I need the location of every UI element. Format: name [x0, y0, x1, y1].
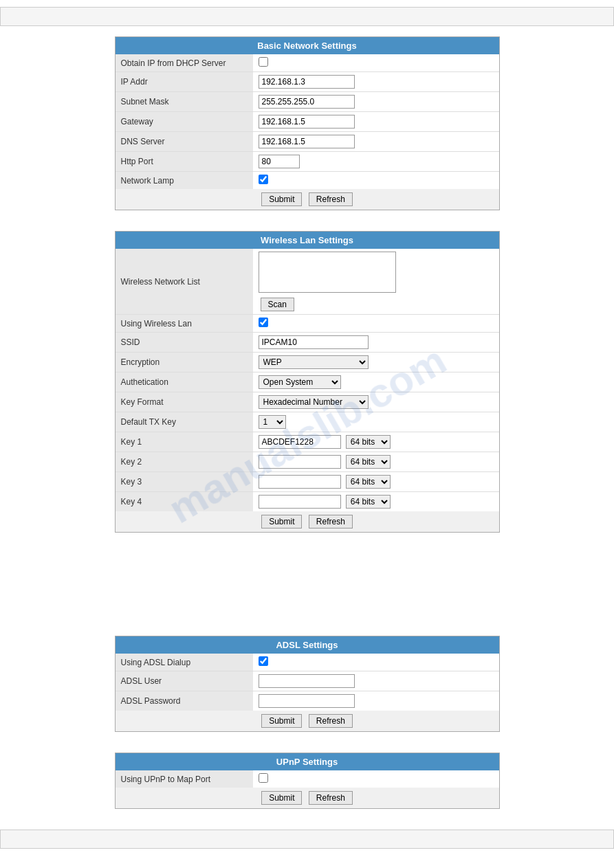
encryption-select[interactable]: WEP WPA None: [259, 355, 369, 369]
top-bar: [0, 7, 614, 26]
authentication-label: Authetication: [116, 372, 253, 392]
encryption-cell: WEP WPA None: [253, 353, 499, 372]
authentication-cell: Open System Shared Key: [253, 372, 499, 392]
dns-server-cell: [253, 132, 499, 152]
basic-network-title: Basic Network Settings: [116, 37, 499, 54]
key-format-select[interactable]: Hexadecimal Number ASCII: [259, 395, 369, 409]
using-wireless-checkbox[interactable]: [259, 318, 268, 327]
upnp-map-port-checkbox[interactable]: [259, 773, 268, 783]
upnp-map-port-row: Using UPnP to Map Port: [116, 770, 499, 788]
wireless-lan-table: Wireless Network List Scan Using Wireles…: [116, 249, 499, 511]
upnp-section: UPnP Settings Using UPnP to Map Port Sub…: [115, 753, 500, 809]
wireless-network-list-cell: Scan: [253, 249, 499, 315]
default-tx-key-cell: 1 2 3 4: [253, 412, 499, 432]
ssid-row: SSID: [116, 333, 499, 353]
key4-row: Key 4 64 bits 128 bits: [116, 492, 499, 512]
adsl-password-label: ADSL Password: [116, 691, 253, 711]
upnp-submit-button[interactable]: Submit: [261, 791, 302, 805]
basic-network-refresh-button[interactable]: Refresh: [309, 192, 353, 206]
scan-button[interactable]: Scan: [261, 298, 294, 311]
basic-network-table: Obtain IP from DHCP Server IP Addr Subne…: [116, 54, 499, 189]
upnp-title: UPnP Settings: [116, 753, 499, 770]
gateway-row: Gateway: [116, 112, 499, 132]
key1-bits-select[interactable]: 64 bits 128 bits: [346, 435, 391, 449]
key3-bits-select[interactable]: 64 bits 128 bits: [346, 475, 391, 489]
obtain-ip-label: Obtain IP from DHCP Server: [116, 54, 253, 72]
ip-addr-row: IP Addr: [116, 72, 499, 92]
network-lamp-row: Network Lamp: [116, 172, 499, 190]
key1-row: Key 1 64 bits 128 bits: [116, 432, 499, 452]
upnp-map-port-label: Using UPnP to Map Port: [116, 770, 253, 788]
authentication-select[interactable]: Open System Shared Key: [259, 375, 341, 389]
authentication-row: Authetication Open System Shared Key: [116, 372, 499, 392]
adsl-user-label: ADSL User: [116, 671, 253, 691]
adsl-dialup-checkbox[interactable]: [259, 656, 268, 666]
wireless-lan-title: Wireless Lan Settings: [116, 232, 499, 249]
adsl-password-row: ADSL Password: [116, 691, 499, 711]
upnp-refresh-button[interactable]: Refresh: [309, 791, 353, 805]
adsl-user-input[interactable]: [259, 674, 355, 688]
adsl-dialup-cell: [253, 654, 499, 671]
key3-input[interactable]: [259, 475, 341, 489]
obtain-ip-cell: [253, 54, 499, 72]
upnp-map-port-cell: [253, 770, 499, 788]
network-lamp-label: Network Lamp: [116, 172, 253, 190]
wireless-lan-btn-row: Submit Refresh: [116, 511, 499, 532]
adsl-password-cell: [253, 691, 499, 711]
bottom-bar: [0, 830, 614, 849]
key1-label: Key 1: [116, 432, 253, 452]
key3-cell: 64 bits 128 bits: [253, 472, 499, 492]
ssid-cell: [253, 333, 499, 353]
adsl-dialup-label: Using ADSL Dialup: [116, 654, 253, 671]
using-wireless-label: Using Wireless Lan: [116, 315, 253, 333]
adsl-refresh-button[interactable]: Refresh: [309, 714, 353, 728]
key3-row: Key 3 64 bits 128 bits: [116, 472, 499, 492]
encryption-row: Encryption WEP WPA None: [116, 353, 499, 372]
adsl-btn-row: Submit Refresh: [116, 711, 499, 731]
key4-bits-select[interactable]: 64 bits 128 bits: [346, 495, 391, 509]
wireless-network-list-area: [259, 252, 396, 293]
subnet-mask-row: Subnet Mask: [116, 92, 499, 112]
key-format-label: Key Format: [116, 392, 253, 412]
wireless-lan-section: Wireless Lan Settings Wireless Network L…: [115, 231, 500, 533]
upnp-table: Using UPnP to Map Port: [116, 770, 499, 788]
key-format-cell: Hexadecimal Number ASCII: [253, 392, 499, 412]
adsl-submit-button[interactable]: Submit: [261, 714, 302, 728]
adsl-section: ADSL Settings Using ADSL Dialup ADSL Use…: [115, 636, 500, 732]
key4-label: Key 4: [116, 492, 253, 512]
adsl-table: Using ADSL Dialup ADSL User ADSL Passwor…: [116, 654, 499, 711]
key2-bits-select[interactable]: 64 bits 128 bits: [346, 455, 391, 469]
adsl-dialup-row: Using ADSL Dialup: [116, 654, 499, 671]
http-port-label: Http Port: [116, 152, 253, 172]
http-port-input[interactable]: [259, 155, 300, 168]
default-tx-key-select[interactable]: 1 2 3 4: [259, 415, 286, 429]
wireless-lan-refresh-button[interactable]: Refresh: [309, 515, 353, 528]
ip-addr-input[interactable]: [259, 75, 355, 89]
using-wireless-cell: [253, 315, 499, 333]
key1-input[interactable]: [259, 435, 341, 449]
ssid-input[interactable]: [259, 335, 369, 349]
key4-input[interactable]: [259, 495, 341, 509]
dns-server-label: DNS Server: [116, 132, 253, 152]
adsl-password-input[interactable]: [259, 694, 355, 708]
network-lamp-cell: [253, 172, 499, 190]
spacer: [0, 553, 614, 636]
subnet-mask-label: Subnet Mask: [116, 92, 253, 112]
ip-addr-cell: [253, 72, 499, 92]
wireless-network-list-label: Wireless Network List: [116, 249, 253, 315]
obtain-ip-checkbox[interactable]: [259, 57, 268, 67]
default-tx-key-row: Default TX Key 1 2 3 4: [116, 412, 499, 432]
http-port-row: Http Port: [116, 152, 499, 172]
subnet-mask-input[interactable]: [259, 95, 355, 109]
gateway-input[interactable]: [259, 115, 355, 129]
key3-label: Key 3: [116, 472, 253, 492]
basic-network-submit-button[interactable]: Submit: [261, 192, 302, 206]
key2-input[interactable]: [259, 455, 341, 469]
encryption-label: Encryption: [116, 353, 253, 372]
adsl-user-row: ADSL User: [116, 671, 499, 691]
key2-label: Key 2: [116, 452, 253, 472]
http-port-cell: [253, 152, 499, 172]
wireless-lan-submit-button[interactable]: Submit: [261, 515, 302, 528]
network-lamp-checkbox[interactable]: [259, 175, 268, 184]
dns-server-input[interactable]: [259, 135, 355, 148]
